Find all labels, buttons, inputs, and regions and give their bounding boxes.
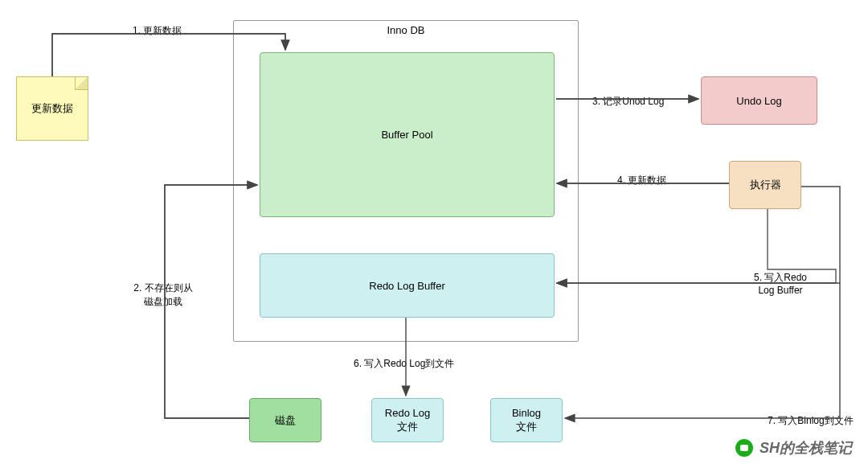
edge-7-label: 7. 写入Binlog到文件 [768,414,854,428]
binlog-label: Binlog 文件 [512,407,541,434]
disk-box: 磁盘 [249,398,321,442]
innodb-label: Inno DB [387,24,425,36]
wechat-icon [735,439,753,457]
redo-log-buffer-label: Redo Log Buffer [369,280,444,292]
undo-log-label: Undo Log [736,95,781,107]
redo-log-buffer-box: Redo Log Buffer [260,253,555,318]
edge-4-label: 4. 更新数据 [617,174,666,187]
redo-log-file-box: Redo Log 文件 [371,398,444,442]
disk-label: 磁盘 [275,413,296,428]
update-data-note: 更新数据 [16,76,88,141]
edge-1-label: 1. 更新数据 [133,24,182,38]
edge-3-label: 3. 记录Unod Log [592,95,664,109]
redo-log-file-label: Redo Log 文件 [385,407,430,434]
watermark: SH的全栈笔记 [735,438,852,458]
binlog-box: Binlog 文件 [490,398,563,442]
edge-2-label: 2. 不存在则从 磁盘加载 [127,281,199,309]
executor-label: 执行器 [750,178,781,192]
buffer-pool-label: Buffer Pool [381,129,432,141]
watermark-text: SH的全栈笔记 [760,438,852,458]
arrow-7 [565,283,840,418]
edge-6-label: 6. 写入Redo Log到文件 [354,357,454,371]
executor-box: 执行器 [729,161,801,209]
undo-log-box: Undo Log [701,76,817,125]
note-label: 更新数据 [31,101,73,116]
innodb-flow-diagram: 更新数据 Inno DB Buffer Pool Redo Log Buffer… [0,0,868,464]
buffer-pool-box: Buffer Pool [260,52,555,217]
edge-5-label: 5. 写入Redo Log Buffer [744,271,817,296]
